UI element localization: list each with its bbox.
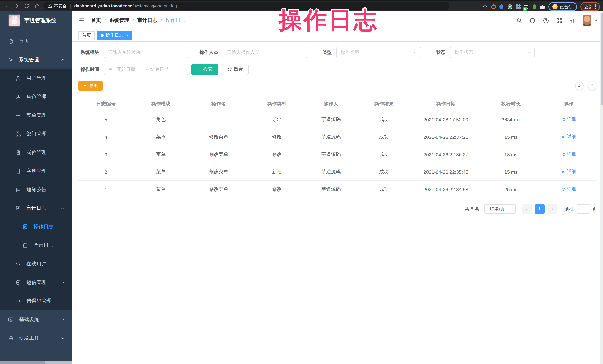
search-button[interactable]: 搜索 <box>191 64 218 75</box>
sidebar-toggle-icon[interactable] <box>78 17 85 24</box>
sidebar-item-user[interactable]: 用户管理 <box>0 69 72 88</box>
overlay-page-title: 操作日志 <box>279 4 378 36</box>
sidebar-item-dev-tools[interactable]: 研发工具 <box>0 329 72 347</box>
bookmark-star-icon[interactable] <box>482 4 488 10</box>
cell-date: 2021-04-26 22:34:58 <box>410 181 482 198</box>
cell-action: 详细 <box>541 111 597 128</box>
cell-name: 修改菜单 <box>188 181 249 198</box>
tab-tag-item[interactable]: 首页 <box>78 31 95 40</box>
tab-tag-active[interactable]: 操作日志× <box>97 31 132 40</box>
cell-result: 成功 <box>357 128 410 146</box>
column-header: 操作结果 <box>357 97 410 111</box>
extension-icon[interactable] <box>532 4 537 9</box>
browser-back-icon[interactable] <box>4 3 10 9</box>
next-page-button[interactable] <box>547 204 557 214</box>
operator-input[interactable]: 请输入操作人员 <box>222 47 307 58</box>
sidebar-item-dict[interactable]: 字典管理 <box>0 162 72 180</box>
sidebar-item-system[interactable]: 系统管理 <box>0 51 72 69</box>
filter-operator-label: 操作人员 <box>197 49 218 55</box>
extension-icon[interactable]: on <box>524 4 529 9</box>
column-header: 日志编号 <box>78 97 133 111</box>
column-header: 操作 <box>541 97 597 111</box>
profile-paused-button[interactable]: 已暂停 <box>548 2 577 11</box>
browser-forward-icon[interactable] <box>14 3 20 9</box>
extension-icon[interactable] <box>540 4 545 9</box>
column-header: 操作人 <box>304 97 357 111</box>
sidebar-item-online-user[interactable]: 在线用户 <box>0 255 72 273</box>
cell-type: 修改 <box>249 128 305 146</box>
reset-button[interactable]: 重置 <box>222 64 249 75</box>
cell-name: 修改菜单 <box>188 146 249 163</box>
sidebar-menu: 首页系统管理用户管理角色管理菜单管理部门管理岗位管理字典管理通知公告审计日志操作… <box>0 32 72 347</box>
current-page-button[interactable]: 1 <box>535 204 545 214</box>
browser-home-icon[interactable] <box>34 3 40 9</box>
date-range-picker[interactable]: 开始日期 - 结束日期 <box>104 64 188 75</box>
browser-menu-icon[interactable] <box>595 5 596 9</box>
browser-reload-icon[interactable] <box>24 3 30 9</box>
show-search-toggle-button[interactable] <box>575 82 584 90</box>
sidebar-item-label: 菜单管理 <box>26 112 46 119</box>
sidebar-scrollbar[interactable] <box>0 361 72 364</box>
extension-icon[interactable] <box>491 4 496 9</box>
breadcrumb-item[interactable]: 审计日志 <box>137 17 157 24</box>
app-logo-row[interactable]: 芋道管理系统 <box>0 11 72 30</box>
type-select[interactable]: 操作类型 <box>336 47 421 58</box>
sidebar-item-sms[interactable]: 短信管理 <box>0 273 72 292</box>
sidebar-item-notice[interactable]: 通知公告 <box>0 180 72 199</box>
total-count: 共 5 条 <box>464 206 479 212</box>
detail-link[interactable]: 详细 <box>561 169 576 175</box>
github-icon[interactable] <box>529 17 536 23</box>
export-button[interactable]: 导出 <box>78 81 103 91</box>
detail-link[interactable]: 详细 <box>561 186 576 192</box>
main-panel: 首页/系统管理/审计日志/操作日志 ▾ 首页操作日志× 系统模块 请输入系统模块… <box>72 11 603 364</box>
detail-link[interactable]: 详细 <box>561 151 576 158</box>
chrome-update-button[interactable]: 更新 <box>580 2 600 11</box>
sidebar-item-post[interactable]: 岗位管理 <box>0 143 72 162</box>
breadcrumb-item[interactable]: 首页 <box>91 17 101 24</box>
filter-time-label: 操作时间 <box>78 66 99 73</box>
sidebar-item-home[interactable]: 首页 <box>0 32 72 51</box>
sidebar-item-dept[interactable]: 部门管理 <box>0 125 72 143</box>
sidebar-item-role[interactable]: 角色管理 <box>0 88 72 106</box>
eye-icon <box>561 135 566 139</box>
chevron-down-icon <box>60 317 65 322</box>
search-icon[interactable] <box>516 17 522 23</box>
end-date-input: 结束日期 <box>150 66 179 73</box>
security-badge[interactable]: 不安全 <box>48 3 67 9</box>
cell-operator: 芋道源码 <box>304 111 357 128</box>
cell-module: 菜单 <box>133 146 188 163</box>
sidebar-item-label: 登录日志 <box>34 242 54 249</box>
sidebar-item-label: 部门管理 <box>26 131 46 137</box>
sidebar-item-infra[interactable]: 基础设施 <box>0 310 72 329</box>
detail-link[interactable]: 详细 <box>561 134 576 140</box>
sidebar-item-login-log[interactable]: 登录日志 <box>0 236 72 255</box>
font-size-icon[interactable] <box>569 17 576 23</box>
goto-page-input[interactable]: 1 <box>576 204 590 214</box>
page-scrollbar[interactable] <box>600 11 603 364</box>
extension-icon[interactable]: V <box>508 4 512 9</box>
post-icon <box>15 150 21 155</box>
extension-icon[interactable] <box>499 4 504 9</box>
page-size-select[interactable]: 10条/页 <box>484 204 515 214</box>
fullscreen-icon[interactable] <box>556 17 563 23</box>
module-input[interactable]: 请输入系统模块 <box>104 47 188 58</box>
detail-link[interactable]: 详细 <box>561 116 576 123</box>
sidebar-item-error-code[interactable]: 错误码管理 <box>0 292 72 310</box>
help-icon[interactable] <box>543 17 549 23</box>
avatar[interactable] <box>583 15 591 26</box>
breadcrumb-item[interactable]: 系统管理 <box>109 17 129 24</box>
prev-page-button[interactable] <box>522 204 532 214</box>
chevron-down-icon <box>60 336 65 341</box>
status-select[interactable]: 操作状态 <box>450 47 535 58</box>
chevron-down-icon[interactable]: ▾ <box>595 18 597 22</box>
sidebar-item-menu[interactable]: 菜单管理 <box>0 106 72 125</box>
refresh-table-button[interactable] <box>588 82 596 90</box>
sidebar-item-label: 在线用户 <box>26 261 46 267</box>
extension-icon[interactable] <box>516 4 521 9</box>
sidebar-item-operate-log[interactable]: 操作日志 <box>0 218 72 236</box>
close-icon[interactable]: × <box>126 33 128 37</box>
cell-duration: 3634 ms <box>481 111 540 128</box>
address-bar[interactable]: 不安全 dashboard.yudao.iocoder.cn/system/lo… <box>44 2 449 10</box>
sidebar-item-audit[interactable]: 审计日志 <box>0 199 72 218</box>
sidebar-item-label: 基础设施 <box>19 316 39 323</box>
